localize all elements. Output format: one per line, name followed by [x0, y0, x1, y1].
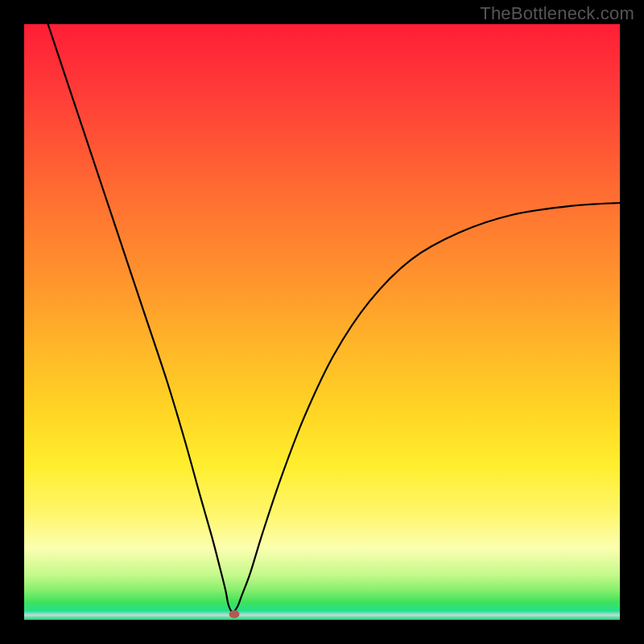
plot-frame: [24, 24, 620, 620]
bottleneck-curve-svg: [24, 24, 620, 620]
attribution-text: TheBottleneck.com: [480, 3, 634, 24]
bottleneck-curve-path: [48, 24, 620, 612]
optimum-marker: [229, 610, 240, 618]
